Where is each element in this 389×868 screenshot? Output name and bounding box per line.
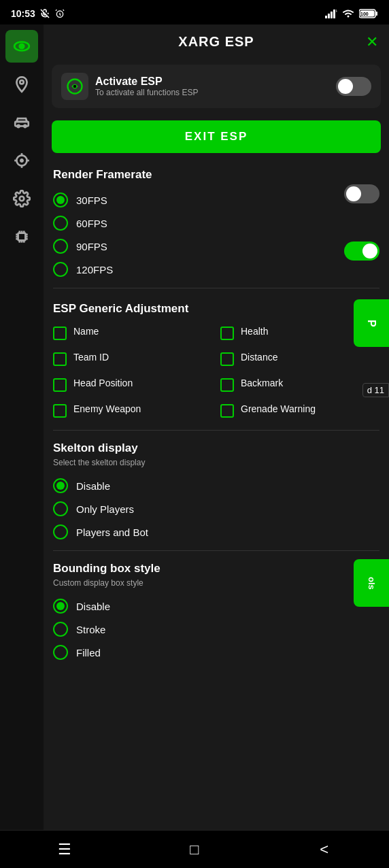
- esp-generic-title: ESP Generic Adjustment: [53, 302, 379, 316]
- checkbox-name[interactable]: [53, 327, 67, 340]
- sidebar-item-settings[interactable]: [5, 182, 38, 215]
- checkbox-enemyweapon[interactable]: [53, 404, 67, 418]
- menu-nav-button[interactable]: ☰: [44, 835, 85, 865]
- skeleton-onlyplayers-radio[interactable]: [53, 501, 68, 516]
- skeleton-subtitle: Select the skelton display: [53, 458, 379, 467]
- battery-icon: 100: [359, 9, 378, 18]
- divider-1: [53, 288, 379, 288]
- fps-120fps-row[interactable]: 120FPS: [53, 258, 379, 281]
- bbox-disable-row[interactable]: Disable: [53, 595, 379, 618]
- skeleton-disable-row[interactable]: Disable: [53, 474, 379, 497]
- bbox-stroke-radio[interactable]: [53, 622, 68, 637]
- bounding-box-section: Bounding box style Custom display box st…: [44, 554, 389, 668]
- esp-generic-section-wrapper: ESP Generic Adjustment Name Health: [44, 294, 389, 424]
- checkbox-headpos[interactable]: [53, 378, 67, 392]
- mute-icon: [39, 8, 50, 19]
- esp-generic-section: ESP Generic Adjustment Name Health: [44, 294, 389, 424]
- svg-text:HD: HD: [336, 9, 337, 13]
- car-icon: [13, 114, 31, 131]
- location-icon: [13, 76, 31, 93]
- bounding-box-section-wrapper: Bounding box style Custom display box st…: [44, 554, 389, 668]
- wifi-icon: [341, 9, 355, 18]
- esp-generic-right-tab[interactable]: P: [354, 299, 389, 347]
- sidebar-item-chip[interactable]: [5, 220, 38, 253]
- bounding-box-right-tab[interactable]: ols: [354, 559, 389, 607]
- settings-icon: [13, 190, 31, 207]
- checkbox-distance-row[interactable]: Distance: [220, 348, 379, 369]
- fps-right-toggles: [344, 184, 379, 261]
- crosshair-icon: [13, 152, 31, 169]
- checkbox-headpos-row[interactable]: Head Position: [53, 374, 212, 395]
- svg-point-13: [20, 80, 23, 84]
- bbox-filled-row[interactable]: Filled: [53, 641, 379, 664]
- home-nav-button[interactable]: □: [174, 835, 215, 865]
- checkbox-teamid[interactable]: [53, 352, 67, 366]
- sidebar: [0, 24, 44, 830]
- svg-rect-2: [325, 16, 327, 18]
- checkbox-health[interactable]: [220, 327, 234, 340]
- sidebar-item-location[interactable]: [5, 68, 38, 101]
- fps-90fps-row[interactable]: 90FPS: [53, 235, 379, 258]
- checkbox-backmark-label: Backmark: [241, 377, 283, 389]
- content-panel: XARG ESP ✕ Activate ESP To activate all …: [44, 24, 389, 830]
- sidebar-item-crosshair[interactable]: [5, 144, 38, 177]
- fps-120fps-toggle[interactable]: [344, 241, 379, 261]
- checkbox-grenadewarning[interactable]: [220, 404, 234, 418]
- checkbox-headpos-label: Head Position: [73, 377, 133, 389]
- skeleton-onlyplayers-row[interactable]: Only Players: [53, 497, 379, 520]
- svg-text:100: 100: [360, 12, 369, 16]
- menu-icon: ☰: [58, 841, 71, 858]
- skeleton-playersandbot-radio[interactable]: [53, 524, 68, 539]
- fps-60fps-row[interactable]: 60FPS: [53, 212, 379, 235]
- sidebar-item-eye[interactable]: [5, 30, 38, 63]
- checkbox-name-row[interactable]: Name: [53, 322, 212, 343]
- checkbox-grenadewarning-row[interactable]: Grenade Warning: [220, 400, 379, 420]
- activate-esp-toggle[interactable]: [336, 77, 371, 96]
- svg-point-23: [20, 197, 24, 201]
- main-container: XARG ESP ✕ Activate ESP To activate all …: [0, 24, 389, 830]
- checkbox-distance[interactable]: [220, 352, 234, 366]
- checkbox-backmark-row[interactable]: Backmark: [220, 374, 379, 395]
- alarm-icon: [54, 8, 65, 19]
- divider-3: [53, 550, 379, 551]
- close-button[interactable]: ✕: [366, 33, 378, 51]
- skeleton-disable-radio[interactable]: [53, 478, 68, 493]
- fps-section-title: Render Framerate: [53, 168, 379, 182]
- skeleton-display-section: Skelton display Select the skelton displ…: [44, 433, 389, 548]
- checkbox-enemyweapon-row[interactable]: Enemy Weapon: [53, 400, 212, 420]
- svg-rect-24: [18, 233, 26, 241]
- eye-icon: [13, 37, 31, 55]
- fps-90fps-radio[interactable]: [53, 239, 68, 254]
- checkbox-grenadewarning-label: Grenade Warning: [241, 403, 316, 415]
- skeleton-playersandbot-row[interactable]: Players and Bot: [53, 520, 379, 544]
- sidebar-item-car[interactable]: [5, 106, 38, 139]
- esp-logo-icon: [65, 77, 84, 96]
- esp-generic-number-tag: d 11: [362, 383, 389, 397]
- fps-60fps-radio[interactable]: [53, 216, 68, 231]
- bbox-disable-radio[interactable]: [53, 599, 68, 614]
- fps-120fps-radio[interactable]: [53, 262, 68, 277]
- bounding-box-title: Bounding box style: [53, 562, 379, 575]
- svg-rect-4: [331, 12, 333, 18]
- bbox-stroke-row[interactable]: Stroke: [53, 618, 379, 641]
- svg-point-38: [73, 85, 77, 88]
- checkbox-distance-label: Distance: [241, 351, 277, 363]
- bounding-box-tab-label: ols: [367, 577, 377, 590]
- back-nav-button[interactable]: <: [304, 835, 345, 865]
- svg-rect-3: [328, 14, 330, 18]
- exit-esp-button[interactable]: EXIT ESP: [52, 120, 381, 153]
- fps-120fps-label: 120FPS: [76, 264, 113, 276]
- bbox-filled-radio[interactable]: [53, 645, 68, 660]
- status-icons: HD 100: [325, 9, 378, 18]
- checkbox-teamid-row[interactable]: Team ID: [53, 348, 212, 369]
- svg-point-12: [20, 44, 24, 49]
- divider-2: [53, 430, 379, 431]
- checkbox-backmark[interactable]: [220, 378, 234, 392]
- status-time: 10:53: [11, 8, 65, 19]
- fps-60fps-toggle[interactable]: [344, 184, 379, 203]
- skeleton-disable-label: Disable: [76, 480, 110, 492]
- fps-30fps-row[interactable]: 30FPS: [53, 188, 379, 212]
- checkbox-enemyweapon-label: Enemy Weapon: [73, 403, 141, 415]
- fps-30fps-radio[interactable]: [53, 193, 68, 207]
- esp-generic-grid: Name Health Team ID Distan: [53, 322, 379, 420]
